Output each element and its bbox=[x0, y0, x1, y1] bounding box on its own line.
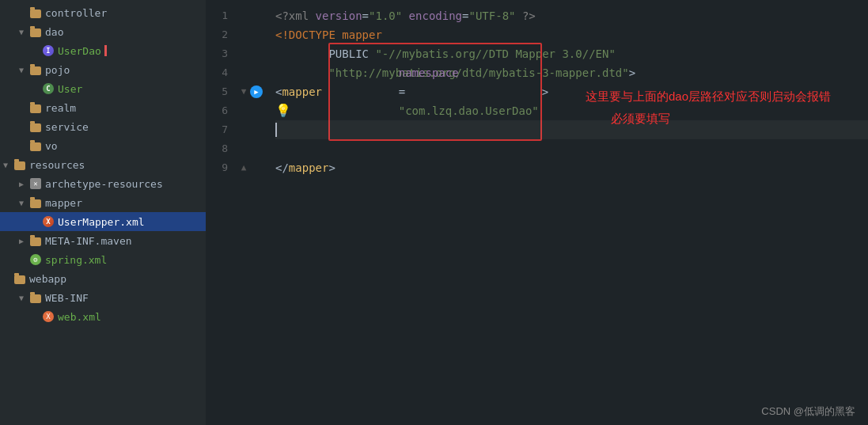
annotation-line1: 这里要与上面的dao层路径对应否则启动会报错 bbox=[586, 85, 831, 108]
error-mark bbox=[104, 45, 107, 56]
sidebar-item-user[interactable]: C User bbox=[0, 79, 206, 98]
chevron-icon: ▼ bbox=[19, 199, 28, 207]
sidebar-item-label: META-INF.maven bbox=[45, 235, 132, 247]
folder-icon bbox=[30, 294, 41, 303]
sidebar-item-usermapper-xml[interactable]: X UserMapper.xml bbox=[0, 212, 206, 231]
folder-icon bbox=[30, 237, 41, 246]
xml-pi: <?xml bbox=[275, 6, 316, 25]
annotation-overlay: 这里要与上面的dao层路径对应否则启动会报错 必须要填写 bbox=[586, 85, 831, 130]
debug-2 bbox=[250, 25, 269, 44]
code-area[interactable]: <?xml version = "1.0" encoding = "UTF-8"… bbox=[269, 6, 868, 419]
folder-icon bbox=[14, 275, 25, 284]
line-number-1: 1 bbox=[206, 6, 228, 25]
sidebar-item-label: pojo bbox=[45, 64, 70, 76]
fold-4 bbox=[237, 63, 250, 82]
mapper-space bbox=[322, 82, 328, 101]
doctype-url-indent bbox=[275, 63, 328, 82]
folder-icon bbox=[30, 28, 41, 37]
sidebar-item-label: vo bbox=[45, 140, 58, 152]
class-icon: C bbox=[43, 83, 54, 94]
annotation-line2: 必须要填写 bbox=[586, 108, 831, 130]
fold-9: ▲ bbox=[237, 158, 250, 177]
code-line-1: <?xml version = "1.0" encoding = "UTF-8"… bbox=[275, 6, 868, 25]
sidebar-item-label: service bbox=[45, 121, 89, 133]
folder-icon bbox=[30, 142, 41, 151]
xml-eq2: = bbox=[462, 6, 468, 25]
sidebar-item-mapper-folder[interactable]: ▼ mapper bbox=[0, 193, 206, 212]
sidebar-item-label: archetype-resources bbox=[45, 178, 163, 190]
xml-eq: = bbox=[362, 6, 369, 25]
code-line-8 bbox=[275, 139, 868, 158]
line-number-3: 3 bbox=[206, 44, 228, 63]
chevron-icon: ▼ bbox=[3, 161, 13, 169]
sidebar-item-vo[interactable]: vo bbox=[0, 136, 206, 155]
editor-content[interactable]: 1 2 3 4 5 6 7 8 9 ▼ ▲ bbox=[206, 0, 868, 425]
mapper-close-bracket: > bbox=[542, 82, 548, 101]
fold-6 bbox=[237, 101, 250, 120]
xml-val: "1.0" bbox=[369, 6, 402, 25]
debug-gutter: ▶ bbox=[250, 6, 269, 419]
sidebar-item-archetype-resources[interactable]: ▶ ✕ archetype-resources bbox=[0, 174, 206, 193]
sidebar-item-dao[interactable]: ▼ dao bbox=[0, 22, 206, 41]
folder-icon bbox=[30, 9, 41, 18]
sidebar-item-resources[interactable]: ▼ resources bbox=[0, 155, 206, 174]
sidebar-item-controller[interactable]: controller bbox=[0, 3, 206, 22]
chevron-icon: ▶ bbox=[19, 237, 28, 245]
sidebar-item-label: controller bbox=[45, 7, 107, 19]
line-numbers: 1 2 3 4 5 6 7 8 9 bbox=[206, 6, 237, 419]
fold-3 bbox=[237, 44, 250, 63]
sidebar-item-label: mapper bbox=[45, 197, 82, 209]
line-number-4: 4 bbox=[206, 63, 228, 82]
sidebar-item-service[interactable]: service bbox=[0, 117, 206, 136]
debug-4 bbox=[250, 63, 269, 82]
line-number-2: 2 bbox=[206, 25, 228, 44]
sidebar-item-web-xml[interactable]: X web.xml bbox=[0, 307, 206, 326]
sidebar-item-label: webapp bbox=[29, 273, 66, 285]
sidebar-item-realm[interactable]: realm bbox=[0, 98, 206, 117]
line-number-6: 6 bbox=[206, 101, 228, 120]
line-number-5: 5 bbox=[206, 82, 228, 101]
folder-icon bbox=[30, 66, 41, 75]
sidebar-item-label: web.xml bbox=[58, 311, 101, 323]
sidebar-item-pojo[interactable]: ▼ pojo bbox=[0, 60, 206, 79]
text-cursor bbox=[275, 123, 277, 137]
sidebar-item-label: UserDao bbox=[58, 45, 101, 57]
chevron-icon: ▼ bbox=[19, 66, 28, 74]
sidebar-item-label: realm bbox=[45, 102, 76, 114]
closing-tag: mapper bbox=[289, 158, 329, 177]
chevron-icon: ▼ bbox=[19, 28, 28, 36]
sidebar-item-label: UserMapper.xml bbox=[58, 216, 145, 228]
sidebar-item-webinf[interactable]: ▼ WEB-INF bbox=[0, 288, 206, 307]
xml-attr2: encoding bbox=[402, 6, 462, 25]
sidebar-item-userdao[interactable]: I UserDao bbox=[0, 41, 206, 60]
fold-5: ▼ bbox=[237, 82, 250, 101]
debug-6 bbox=[250, 101, 269, 120]
fold-gutter: ▼ ▲ bbox=[237, 6, 250, 419]
dao-icon: I bbox=[43, 45, 54, 56]
fold-8 bbox=[237, 139, 250, 158]
xml-pi-end: ?> bbox=[516, 6, 536, 25]
debug-breakpoint-icon: ▶ bbox=[250, 85, 263, 98]
xml-doctype: <!DOCTYPE mapper bbox=[275, 25, 382, 44]
line-number-8: 8 bbox=[206, 139, 228, 158]
sidebar-item-label: spring.xml bbox=[45, 254, 107, 266]
closing-open: </ bbox=[275, 158, 289, 177]
debug-7 bbox=[250, 120, 269, 139]
sidebar-item-spring-xml[interactable]: ⚙ spring.xml bbox=[0, 250, 206, 269]
folder-icon bbox=[14, 161, 25, 170]
sidebar-item-webapp[interactable]: webapp bbox=[0, 269, 206, 288]
fold-1 bbox=[237, 6, 250, 25]
chevron-icon: ▼ bbox=[19, 294, 28, 302]
ns-attr: namespace bbox=[399, 66, 459, 79]
folder-icon bbox=[30, 104, 41, 113]
sidebar-item-meta-inf[interactable]: ▶ META-INF.maven bbox=[0, 231, 206, 250]
chevron-icon: ▶ bbox=[19, 180, 28, 188]
xml-icon: X bbox=[43, 216, 54, 227]
code-line-2: <!DOCTYPE mapper bbox=[275, 25, 868, 44]
doctype-close: > bbox=[629, 63, 635, 82]
fold-2 bbox=[237, 25, 250, 44]
folder-x-icon: ✕ bbox=[30, 178, 41, 189]
sidebar-item-label: dao bbox=[45, 26, 63, 38]
code-line-9: </ mapper > bbox=[275, 158, 868, 177]
line-number-7: 7 bbox=[206, 120, 228, 139]
